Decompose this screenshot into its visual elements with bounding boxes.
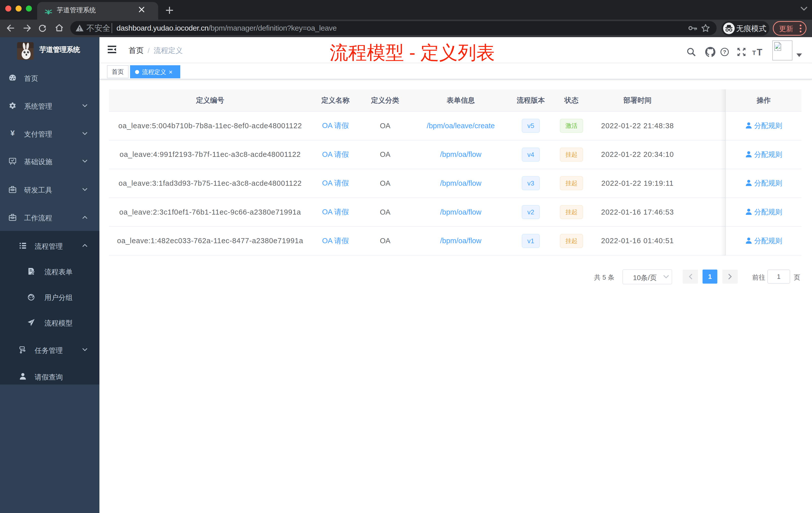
svg-text:?: ?: [723, 49, 726, 55]
